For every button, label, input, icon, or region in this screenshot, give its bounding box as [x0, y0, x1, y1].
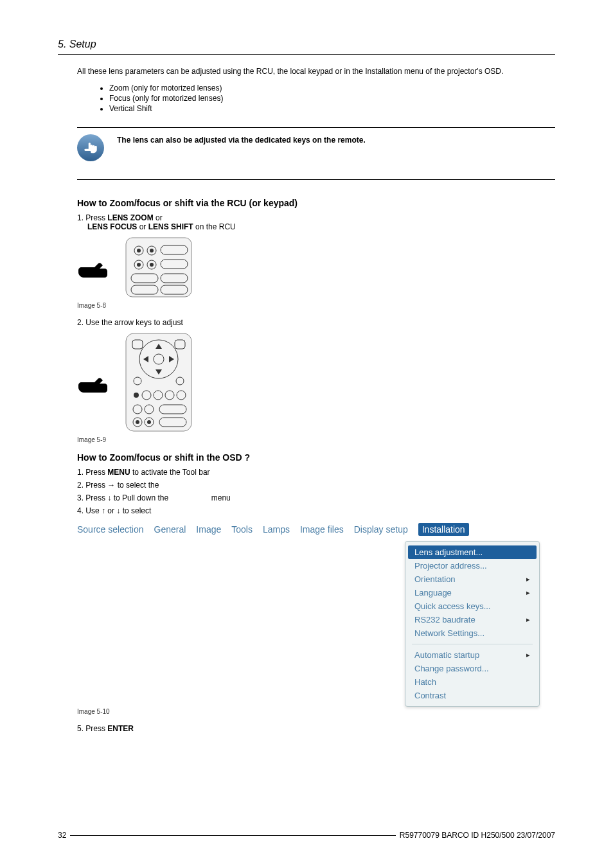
text: 4. Use ↑ or ↓ to select [77, 506, 151, 515]
chevron-right-icon: ▸ [526, 575, 530, 583]
stepB3: 3. Press ↓ to Pull down the menu [77, 493, 555, 502]
dropdown-item[interactable]: Network Settings... [408, 626, 537, 640]
text: 2. Press → to select the [77, 481, 161, 490]
svg-point-2 [137, 249, 141, 252]
menu-item[interactable]: Source selection [77, 524, 144, 535]
menu-item[interactable]: Image [196, 524, 221, 535]
page-number: 32 [58, 831, 70, 840]
svg-point-9 [150, 263, 154, 267]
svg-point-7 [137, 263, 141, 267]
stepB5: 5. Press ENTER [77, 724, 555, 733]
page-footer: 32 R59770079 BARCO ID H250/500 23/07/200… [58, 835, 555, 837]
pointing-hand-icon [77, 368, 116, 397]
figure-5-9 [77, 331, 555, 434]
text-bold: LENS FOCUS [87, 222, 137, 231]
menu-item[interactable]: Lamps [263, 524, 290, 535]
bullet-item: Focus (only for motorized lenses) [109, 94, 555, 104]
text: or [154, 213, 163, 222]
text-bold: LENS SHIFT [148, 222, 193, 231]
text-bold: ENTER [107, 724, 134, 733]
chevron-right-icon: ▸ [526, 616, 530, 624]
heading-rcu: How to Zoom/focus or shift via the RCU (… [77, 198, 555, 208]
menu-item[interactable]: Image files [300, 524, 344, 535]
chevron-right-icon: ▸ [526, 651, 530, 659]
text: 1. Press [77, 213, 107, 222]
stepB1: 1. Press MENU to activate the Tool bar [77, 468, 555, 477]
remote-image [123, 235, 194, 299]
pointing-hand-icon [77, 252, 116, 282]
figure-caption: Image 5-10 [77, 708, 555, 715]
figure-5-8 [77, 235, 555, 299]
menu-item[interactable]: Tools [231, 524, 253, 535]
dropdown-item[interactable]: Automatic startup ▸ [408, 648, 537, 662]
remote-image [123, 331, 194, 434]
intro-bullets: Zoom (only for motorized lenses) Focus (… [77, 84, 555, 114]
text-bold: LENS ZOOM [107, 213, 153, 222]
text: 5. Press [77, 724, 107, 733]
dropdown-item[interactable]: Projector address... [408, 559, 537, 572]
dropdown-item[interactable]: Orientation ▸ [408, 572, 537, 586]
text: to activate the Tool bar [130, 468, 210, 477]
note-text: The lens can also be adjusted via the de… [117, 134, 366, 145]
osd-screenshot: Source selection General Image Tools Lam… [77, 520, 540, 707]
stepA1: 1. Press LENS ZOOM or LENS FOCUS or LENS… [77, 213, 555, 231]
dropdown-item[interactable]: RS232 baudrate ▸ [408, 613, 537, 626]
text: on the RCU [193, 222, 236, 231]
dropdown-separator [412, 644, 533, 644]
dropdown-label: Hatch [414, 677, 436, 687]
dropdown-label: RS232 baudrate [414, 615, 475, 624]
bullet-item: Zoom (only for motorized lenses) [109, 84, 555, 94]
dropdown-label: Change password... [414, 664, 489, 673]
dropdown-item[interactable]: Contrast [408, 689, 537, 702]
note-box: The lens can also be adjusted via the de… [77, 127, 555, 180]
section-title: 5. Setup [58, 39, 555, 50]
dropdown-item[interactable]: Hatch [408, 675, 537, 689]
menu-item[interactable]: General [154, 524, 186, 535]
svg-point-26 [134, 393, 139, 398]
svg-point-4 [150, 249, 154, 252]
dropdown-label: Orientation [414, 574, 456, 584]
dropdown-item[interactable]: Lens adjustment... [408, 545, 537, 559]
text: menu [209, 493, 230, 502]
text-bold: MENU [107, 468, 130, 477]
dropdown-item[interactable]: Quick access keys... [408, 599, 537, 613]
menu-item[interactable]: Display setup [354, 524, 408, 535]
figure-caption: Image 5-9 [77, 436, 555, 443]
text: or [137, 222, 148, 231]
stepB4: 4. Use ↑ or ↓ to select [77, 506, 555, 515]
svg-point-35 [136, 420, 139, 424]
dropdown-item[interactable]: Language ▸ [408, 586, 537, 599]
pointing-hand-icon [77, 134, 104, 161]
stepA2: 2. Use the arrow keys to adjust [77, 318, 555, 327]
chevron-right-icon: ▸ [526, 589, 530, 597]
text: 3. Press ↓ to Pull down the [77, 493, 170, 502]
dropdown-label: Network Settings... [414, 628, 484, 638]
rule [58, 54, 555, 55]
dropdown-label: Contrast [414, 691, 446, 700]
footer-doc-id: R59770079 BARCO ID H250/500 23/07/2007 [396, 831, 555, 840]
dropdown-label: Language [414, 588, 452, 598]
osd-dropdown: Lens adjustment... Projector address... … [405, 541, 540, 707]
stepB2: 2. Press → to select the [77, 481, 555, 490]
dropdown-label: Projector address... [414, 561, 487, 571]
intro-paragraph: All these lens parameters can be adjuste… [77, 66, 555, 77]
osd-menubar: Source selection General Image Tools Lam… [77, 520, 540, 538]
dropdown-item[interactable]: Change password... [408, 662, 537, 675]
menu-item-selected[interactable]: Installation [418, 523, 469, 536]
figure-caption: Image 5-8 [77, 302, 555, 309]
bullet-item: Vertical Shift [109, 104, 555, 114]
text: 1. Press [77, 468, 107, 477]
svg-rect-0 [126, 238, 191, 297]
dropdown-label: Quick access keys... [414, 601, 490, 611]
svg-point-37 [147, 420, 151, 424]
heading-osd: How to Zoom/focus or shift in the OSD ? [77, 452, 555, 463]
dropdown-label: Automatic startup [414, 650, 479, 660]
dropdown-label: Lens adjustment... [414, 547, 483, 557]
